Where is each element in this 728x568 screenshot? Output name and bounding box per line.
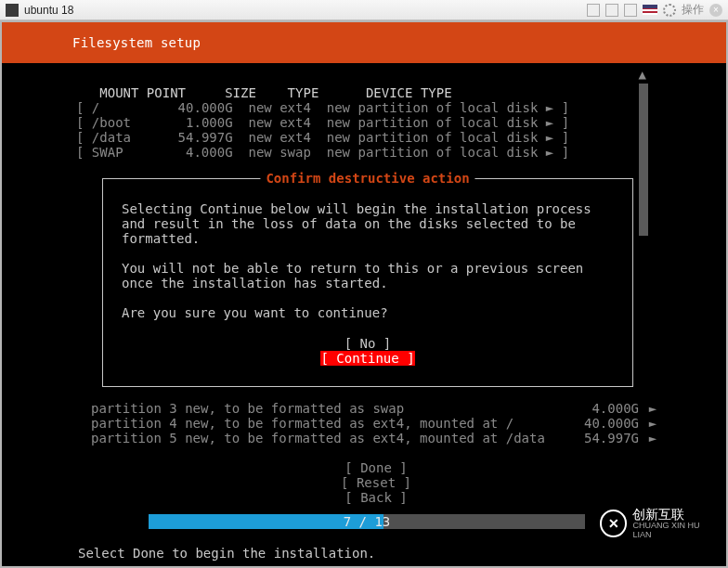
progress-text: 7 / 13 [344,514,391,529]
watermark: ✕ 创新互联 CHUANG XIN HU LIAN [592,503,726,544]
titlebar: ubuntu 18 操作 × [0,0,728,20]
dialog-title: Confirm destructive action [260,171,474,186]
header-bar: Filesystem setup [2,22,726,63]
confirm-dialog: Confirm destructive action Selecting Con… [102,178,633,387]
progress-bar: 7 / 13 [149,514,585,529]
chevron-right-icon: ► [644,416,661,431]
done-button[interactable]: [ Done ] [91,460,661,475]
flag-icon[interactable] [643,5,657,15]
table-row[interactable]: partition 5 new, to be formatted as ext4… [91,431,661,445]
table-row[interactable]: partition 3 new, to be formatted as swap… [91,401,661,416]
dialog-text: Are you sure you want to continue? [122,305,614,320]
scrollbar-thumb[interactable] [639,134,648,236]
action-menu[interactable]: 操作 [682,2,704,18]
watermark-logo-icon: ✕ [600,510,627,537]
footer-hint: Select Done to begin the installation. [78,546,375,561]
close-icon[interactable]: × [709,4,722,17]
titlebar-control-icon[interactable] [605,4,618,17]
vm-name: ubuntu 18 [24,4,73,17]
chevron-right-icon: ► [644,431,661,445]
dialog-text: You will not be able to return to this o… [122,261,614,290]
scroll-up-indicator: ▲ [639,67,646,82]
page-title: Filesystem setup [72,35,201,50]
dialog-text: Selecting Continue below will begin the … [122,201,614,246]
chevron-right-icon: ► [644,401,661,416]
scrollbar-thumb[interactable] [639,84,648,134]
no-button[interactable]: [ No ] [122,336,614,351]
back-button[interactable]: [ Back ] [91,490,661,505]
filesystem-table: MOUNT POINT SIZE TYPE DEVICE TYPE [ / 40… [76,85,726,160]
vm-icon [6,4,19,17]
gear-icon[interactable] [663,4,676,17]
table-header: MOUNT POINT SIZE TYPE DEVICE TYPE [76,85,452,100]
titlebar-control-icon[interactable] [624,4,637,17]
console: Filesystem setup ▲ MOUNT POINT SIZE TYPE… [2,22,726,566]
titlebar-control-icon[interactable] [587,4,600,17]
table-row[interactable]: partition 4 new, to be formatted as ext4… [91,416,661,431]
reset-button[interactable]: [ Reset ] [91,475,661,490]
continue-button[interactable]: [ Continue ] [320,351,414,366]
partition-list: partition 3 new, to be formatted as swap… [91,401,661,506]
